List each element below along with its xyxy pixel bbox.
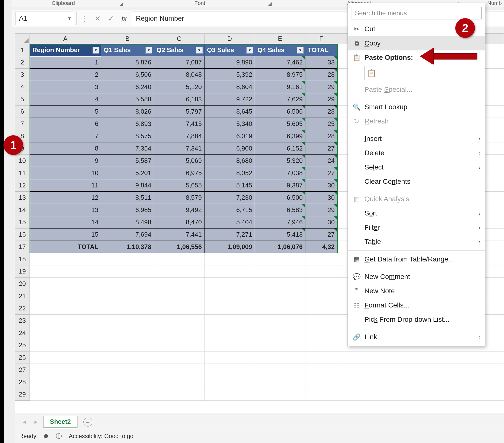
filter-dropdown-icon[interactable]: ▼ bbox=[297, 47, 304, 54]
row-header[interactable]: 24 bbox=[15, 327, 30, 339]
empty-cell[interactable] bbox=[101, 315, 154, 327]
name-box[interactable]: A1 ▼ bbox=[15, 12, 74, 25]
empty-cell[interactable] bbox=[204, 315, 255, 327]
table-cell[interactable]: 8,470 bbox=[154, 216, 204, 229]
table-cell[interactable]: 7,354 bbox=[101, 142, 154, 155]
macro-record-icon[interactable]: ⏺ bbox=[43, 433, 49, 440]
table-cell[interactable]: 24 bbox=[306, 155, 337, 167]
table-cell[interactable]: 8,498 bbox=[101, 216, 154, 229]
row-header[interactable]: 20 bbox=[15, 278, 30, 290]
menu-clear-contents[interactable]: Clear Contents bbox=[348, 174, 485, 189]
empty-cell[interactable] bbox=[101, 339, 154, 352]
empty-cell[interactable] bbox=[101, 278, 154, 290]
table-cell[interactable]: 5 bbox=[30, 106, 101, 118]
empty-cell[interactable] bbox=[30, 352, 101, 364]
table-cell[interactable]: 7,441 bbox=[154, 229, 204, 241]
empty-cell[interactable] bbox=[30, 253, 101, 266]
table-total-cell[interactable]: 1,06,556 bbox=[154, 241, 204, 253]
menu-new-note[interactable]: 🗒 New Note bbox=[348, 284, 485, 298]
empty-cell[interactable] bbox=[255, 376, 306, 388]
table-cell[interactable]: 7 bbox=[30, 130, 101, 142]
table-cell[interactable]: 1 bbox=[30, 56, 101, 69]
empty-cell[interactable] bbox=[30, 364, 101, 376]
table-cell[interactable]: 5,587 bbox=[101, 155, 154, 167]
table-cell[interactable]: 28 bbox=[306, 69, 337, 81]
table-cell[interactable]: 8,876 bbox=[101, 56, 154, 69]
table-cell[interactable]: 9 bbox=[30, 155, 101, 167]
empty-cell[interactable] bbox=[154, 364, 204, 376]
table-cell[interactable]: 6,893 bbox=[101, 118, 154, 130]
col-header[interactable]: D bbox=[204, 34, 255, 44]
table-cell[interactable]: 30 bbox=[306, 179, 337, 192]
empty-cell[interactable] bbox=[101, 327, 154, 339]
menu-select[interactable]: Select › bbox=[348, 160, 485, 174]
empty-cell[interactable] bbox=[255, 364, 306, 376]
empty-cell[interactable] bbox=[101, 266, 154, 278]
row-header[interactable]: 25 bbox=[15, 339, 30, 352]
menu-pick-from-list[interactable]: Pick From Drop-down List... bbox=[348, 312, 485, 327]
filter-dropdown-icon[interactable]: ▼ bbox=[145, 47, 152, 54]
table-header-cell[interactable]: Q4 Sales▼ bbox=[255, 44, 306, 56]
filter-dropdown-icon[interactable]: ▼ bbox=[92, 47, 99, 54]
add-sheet-button[interactable]: ＋ bbox=[83, 418, 92, 426]
row-header[interactable]: 12 bbox=[15, 179, 30, 192]
table-cell[interactable]: 13 bbox=[30, 204, 101, 216]
empty-cell[interactable] bbox=[101, 376, 154, 388]
table-cell[interactable]: 6,506 bbox=[255, 106, 306, 118]
empty-cell[interactable] bbox=[154, 290, 204, 302]
table-cell[interactable]: 6,183 bbox=[154, 93, 204, 106]
table-header-cell[interactable]: Q1 Sales▼ bbox=[101, 44, 154, 56]
table-cell[interactable]: 5,201 bbox=[101, 167, 154, 179]
row-header[interactable]: 10 bbox=[15, 155, 30, 167]
menu-sort[interactable]: Sort › bbox=[348, 206, 485, 220]
table-cell[interactable]: 12 bbox=[30, 192, 101, 204]
table-cell[interactable]: 8,575 bbox=[101, 130, 154, 142]
menu-filter[interactable]: Filter › bbox=[348, 220, 485, 235]
table-cell[interactable]: 9,161 bbox=[255, 81, 306, 93]
table-cell[interactable]: 7,038 bbox=[255, 167, 306, 179]
empty-cell[interactable] bbox=[204, 376, 255, 388]
table-total-cell[interactable]: 1,09,009 bbox=[204, 241, 255, 253]
table-cell[interactable]: 27 bbox=[306, 229, 337, 241]
menu-copy[interactable]: ⧉ Copy bbox=[348, 36, 485, 51]
table-cell[interactable]: 6,399 bbox=[255, 130, 306, 142]
table-cell[interactable]: 5,797 bbox=[154, 106, 204, 118]
table-cell[interactable]: 9,492 bbox=[154, 204, 204, 216]
formula-vdots-icon[interactable]: ⋮ bbox=[78, 12, 90, 25]
enter-icon[interactable]: ✓ bbox=[105, 12, 116, 25]
empty-cell[interactable] bbox=[154, 253, 204, 266]
empty-cell[interactable] bbox=[255, 290, 306, 302]
row-header[interactable]: 27 bbox=[15, 364, 30, 376]
table-cell[interactable]: 29 bbox=[306, 93, 337, 106]
menu-get-data[interactable]: ▦ Get Data from Table/Range... bbox=[348, 252, 485, 266]
col-header[interactable]: A bbox=[30, 34, 101, 44]
menu-new-comment[interactable]: 💬 New Comment bbox=[348, 270, 485, 284]
table-cell[interactable]: 6,500 bbox=[255, 192, 306, 204]
row-header[interactable]: 23 bbox=[15, 315, 30, 327]
empty-cell[interactable] bbox=[337, 352, 504, 364]
table-cell[interactable]: 6,240 bbox=[101, 81, 154, 93]
table-cell[interactable]: 9,844 bbox=[101, 179, 154, 192]
empty-cell[interactable] bbox=[306, 290, 337, 302]
table-cell[interactable]: 7,694 bbox=[101, 229, 154, 241]
empty-cell[interactable] bbox=[204, 364, 255, 376]
table-cell[interactable]: 6,506 bbox=[101, 69, 154, 81]
table-cell[interactable]: 7,884 bbox=[154, 130, 204, 142]
menu-insert[interactable]: Insert › bbox=[348, 132, 485, 146]
empty-cell[interactable] bbox=[154, 388, 204, 401]
table-cell[interactable]: 8,579 bbox=[154, 192, 204, 204]
table-total-label[interactable]: TOTAL bbox=[30, 241, 101, 253]
table-cell[interactable]: 6,019 bbox=[204, 130, 255, 142]
table-cell[interactable]: 28 bbox=[306, 130, 337, 142]
table-cell[interactable]: 3 bbox=[30, 81, 101, 93]
empty-cell[interactable] bbox=[30, 290, 101, 302]
row-header[interactable]: 11 bbox=[15, 167, 30, 179]
table-cell[interactable]: 30 bbox=[306, 216, 337, 229]
empty-cell[interactable] bbox=[154, 278, 204, 290]
table-cell[interactable]: 6,985 bbox=[101, 204, 154, 216]
row-header[interactable]: 2 bbox=[15, 56, 30, 69]
menu-table[interactable]: Table › bbox=[348, 235, 485, 249]
fx-icon[interactable]: fx bbox=[118, 12, 130, 25]
table-cell[interactable]: 7,230 bbox=[204, 192, 255, 204]
empty-cell[interactable] bbox=[154, 339, 204, 352]
